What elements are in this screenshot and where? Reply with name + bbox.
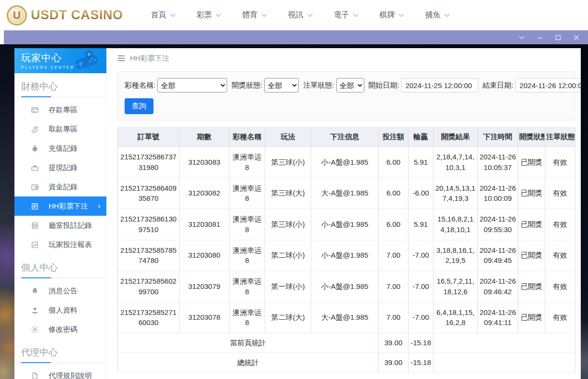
table-cell: 澳洲幸运8 — [230, 209, 265, 240]
nav-item-3[interactable]: 視訊 — [288, 10, 313, 20]
chevron-down-icon — [444, 13, 450, 17]
summary-winloss-total: -15.18 — [409, 353, 434, 372]
sidebar-item[interactable]: 存款專區 — [14, 100, 106, 119]
table-cell: 第二球(小) — [265, 240, 311, 271]
report-icon — [31, 241, 39, 249]
section-divider — [14, 97, 106, 97]
column-header: 下注時間 — [478, 128, 518, 147]
table-cell: 6.00 — [379, 147, 409, 178]
sidebar-item-label: 修改密碼 — [49, 325, 77, 334]
draw-status-select[interactable]: 全部 — [264, 78, 299, 92]
nav-item-6[interactable]: 捕魚 — [425, 10, 450, 20]
hamburger-icon[interactable] — [117, 55, 125, 62]
nav-item-label: 彩票 — [197, 10, 212, 20]
main-content: HH彩票下注 彩種名稱: 全部 開獎狀態: 全部 — [107, 48, 581, 379]
table-cell: 小-A盤@1.985 — [311, 147, 379, 178]
notice-icon — [31, 287, 39, 295]
table-row: 215217325856029970031203079澳洲幸运8第一球(小)小-… — [118, 271, 575, 302]
nav-item-5[interactable]: 棋牌 — [380, 10, 404, 20]
filter-panel: 彩種名稱: 全部 開獎狀態: 全部 注單狀態: 全 — [117, 71, 575, 120]
end-date-input[interactable] — [515, 78, 581, 92]
chevron-down-icon — [398, 13, 404, 17]
table-cell: 2,18,4,7,14,10,3,1 — [434, 147, 478, 178]
nav-item-label: 首頁 — [151, 10, 166, 20]
sidebar-item-label: 玩家投注報表 — [49, 240, 92, 249]
order-status-select[interactable]: 全部 — [336, 78, 364, 92]
table-header-row: 訂單號期數彩種名稱玩法下注信息投注額輸贏開獎結果下注時間開獎狀態注單狀態 — [118, 128, 575, 147]
table-cell: -7.00 — [409, 240, 434, 271]
sidebar-item[interactable]: HH彩票下注› — [14, 196, 106, 216]
sidebar-item-label: 消息公告 — [49, 287, 77, 296]
table-row: 215217325867373198031203083澳洲幸运8第三球(小)小-… — [118, 147, 575, 178]
window-minimize-icon[interactable] — [536, 34, 544, 41]
table-cell: 小-A盤@1.985 — [311, 209, 379, 240]
withdraw-icon — [31, 125, 39, 133]
table-cell: 31203083 — [179, 147, 230, 178]
summary-label: 總統計 — [118, 353, 379, 372]
query-button[interactable]: 查詢 — [125, 98, 153, 114]
deposit-icon — [31, 106, 39, 114]
lottery-type-select[interactable]: 全部 — [157, 78, 227, 92]
sidebar-item[interactable]: 玩家投注報表 — [14, 235, 106, 254]
table-cell: 已開獎 — [518, 147, 545, 178]
nav-item-2[interactable]: 體育 — [243, 10, 267, 20]
table-cell: 2024-11-26 09:41:11 — [478, 302, 518, 333]
recharge-record-icon — [31, 144, 39, 153]
sidebar-section-title: 代理中心 — [14, 339, 106, 363]
sidebar-item-label: 取款專區 — [49, 125, 77, 134]
table-cell: 有效 — [545, 240, 575, 271]
table-cell: 5.91 — [409, 209, 434, 240]
start-date-input[interactable] — [401, 78, 478, 92]
table-cell: 2024-11-26 09:46:42 — [478, 271, 518, 302]
table-cell: 2152173258640935870 — [118, 178, 179, 209]
end-date-label: 結束日期: — [483, 81, 513, 90]
sidebar-sections: 財務中心存款專區取款專區充值記錄提現記錄資金記錄HH彩票下注›廳室投註記錄玩家投… — [14, 73, 106, 379]
table-cell: 有效 — [545, 271, 575, 302]
chevron-down-icon — [353, 13, 358, 17]
column-header: 輸贏 — [409, 128, 434, 147]
column-header: 訂單號 — [118, 128, 179, 147]
table-cell: 31203081 — [179, 209, 230, 240]
sidebar-item[interactable]: 充值記錄 — [14, 139, 106, 158]
table-cell: 6.00 — [379, 209, 409, 240]
table-cell: 2152173258560299700 — [118, 271, 179, 302]
table-cell: -7.00 — [409, 271, 434, 302]
usdt-coin-icon: U — [7, 5, 27, 26]
table-cell: 第三球(大) — [265, 178, 311, 209]
window-chevron-down-icon[interactable] — [518, 34, 525, 41]
sidebar: 玩家中心 PLAYERS CENTER 財務中心存款專區取款專區充值記錄提 — [14, 48, 107, 379]
table-row: 215217325857857478031203080澳洲幸运8第二球(小)小-… — [118, 240, 575, 271]
table-cell: 31203082 — [179, 178, 230, 209]
table-cell: 第一球(小) — [265, 271, 311, 302]
table-cell: 小-A盤@1.985 — [311, 271, 379, 302]
table-cell: 有效 — [545, 147, 575, 178]
site-logo[interactable]: U USDT CASINO — [7, 5, 123, 26]
table-cell: 已開獎 — [518, 209, 545, 240]
nav-item-label: 視訊 — [288, 10, 304, 20]
sidebar-item[interactable]: 代理規則說明 — [14, 366, 106, 379]
chevron-down-icon — [307, 13, 313, 17]
window-close-icon[interactable] — [573, 34, 580, 41]
sidebar-item[interactable]: 取款專區 — [14, 119, 106, 139]
table-cell: 有效 — [545, 302, 575, 333]
nav-item-4[interactable]: 電子 — [334, 10, 358, 20]
table-cell: 有效 — [545, 209, 575, 240]
sidebar-item[interactable]: 消息公告 — [14, 281, 106, 301]
section-divider — [14, 278, 106, 278]
table-cell: 7.00 — [379, 271, 409, 302]
sidebar-item-label: 廳室投註記錄 — [49, 221, 92, 230]
hall-bet-icon — [31, 222, 39, 230]
sidebar-item[interactable]: 個人資料 — [14, 301, 106, 320]
window-maximize-icon[interactable] — [554, 34, 562, 41]
table-cell: 2152173258613097510 — [118, 209, 179, 240]
sidebar-item[interactable]: 資金記錄 — [14, 177, 106, 196]
nav-item-0[interactable]: 首頁 — [151, 10, 176, 20]
table-cell: 2024-11-26 09:49:45 — [478, 240, 518, 271]
nav-item-1[interactable]: 彩票 — [197, 10, 221, 20]
sidebar-item[interactable]: 修改密碼 — [14, 320, 106, 339]
table-cell: 16,5,7,2,11,18,12,6 — [434, 271, 478, 302]
table-cell: 31203078 — [179, 302, 230, 333]
table-cell: 2152173258527160030 — [118, 302, 179, 333]
sidebar-item[interactable]: 廳室投註記錄 — [14, 216, 106, 235]
sidebar-item[interactable]: 提現記錄 — [14, 158, 106, 177]
